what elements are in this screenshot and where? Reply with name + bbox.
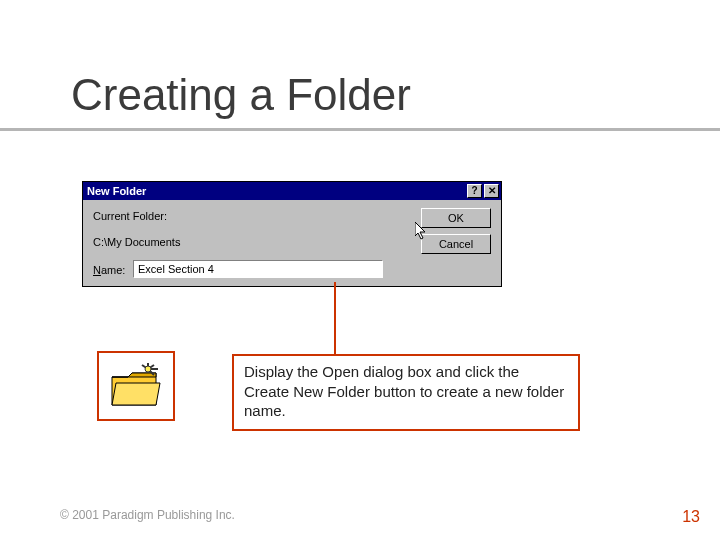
instruction-text: Display the Open dialog box and click th…	[244, 363, 564, 419]
cancel-button[interactable]: Cancel	[421, 234, 491, 254]
help-button[interactable]: ?	[467, 184, 482, 198]
folder-new-icon	[108, 363, 164, 409]
close-button[interactable]: ✕	[484, 184, 499, 198]
dialog-title: New Folder	[87, 185, 465, 197]
name-label-mnemonic: N	[93, 264, 101, 276]
slide-title: Creating a Folder	[67, 70, 423, 120]
ok-button[interactable]: OK	[421, 208, 491, 228]
svg-point-9	[145, 366, 151, 372]
copyright: © 2001 Paradigm Publishing Inc.	[60, 508, 235, 522]
dialog-titlebar: New Folder ? ✕	[83, 182, 501, 200]
title-rule	[0, 128, 720, 131]
instruction-box: Display the Open dialog box and click th…	[232, 354, 580, 431]
create-folder-icon-box	[97, 351, 175, 421]
new-folder-dialog: New Folder ? ✕ Current Folder: C:\My Doc…	[82, 181, 502, 287]
name-input[interactable]	[133, 260, 383, 278]
current-folder-path: C:\My Documents	[93, 236, 180, 248]
name-label: Name:	[93, 264, 125, 276]
svg-marker-3	[112, 383, 160, 405]
current-folder-label: Current Folder:	[93, 210, 167, 222]
callout-line	[334, 282, 336, 355]
svg-marker-2	[112, 373, 156, 377]
name-label-rest: ame:	[101, 264, 125, 276]
dialog-body: Current Folder: C:\My Documents Name: OK…	[83, 200, 501, 286]
page-number: 13	[682, 508, 700, 526]
